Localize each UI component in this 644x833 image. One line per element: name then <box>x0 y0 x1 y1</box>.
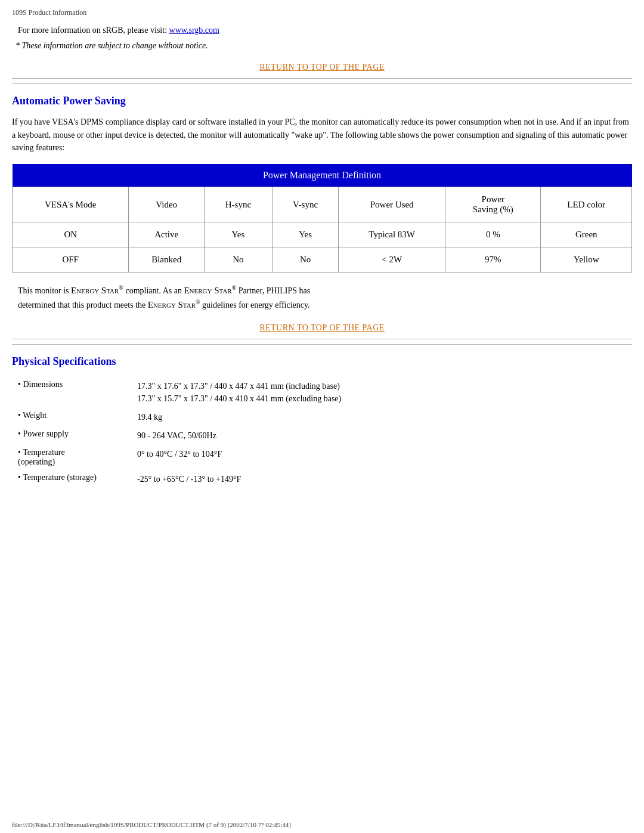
spec-value-temp-storage: -25° to +65°C / -13° to +149°F <box>137 473 632 485</box>
col-header-power-used: Power Used <box>339 187 445 222</box>
spec-value-dimensions: 17.3" x 17.6" x 17.3" / 440 x 447 x 441 … <box>137 380 632 405</box>
table-main-header: Power Management Definition <box>13 164 632 187</box>
return-link-middle: RETURN TO TOP OF THE PAGE <box>12 323 632 333</box>
cell-hsync-no: No <box>204 247 272 272</box>
return-to-top-link-1[interactable]: RETURN TO TOP OF THE PAGE <box>259 63 385 72</box>
registered-1: ® <box>119 284 123 291</box>
auto-power-section: Automatic Power Saving If you have VESA'… <box>12 95 632 312</box>
spec-value-power-supply: 90 - 264 VAC, 50/60Hz <box>137 429 632 442</box>
col-header-vesa: VESA's Mode <box>13 187 129 222</box>
return-to-top-link-2[interactable]: RETURN TO TOP OF THE PAGE <box>259 323 385 332</box>
energy-star-label-3: Energy Star <box>148 300 196 309</box>
auto-power-description: If you have VESA's DPMS compliance displ… <box>12 116 632 154</box>
spec-label-temp-operating: • Temperature(operating) <box>18 448 137 467</box>
spec-label-dimensions: • Dimensions <box>18 380 137 389</box>
col-header-led: LED color <box>541 187 632 222</box>
cell-saving-97: 97% <box>445 247 541 272</box>
power-management-table: Power Management Definition VESA's Mode … <box>12 164 632 272</box>
spec-row-temp-operating: • Temperature(operating) 0° to 40°C / 32… <box>18 448 632 467</box>
table-row: OFF Blanked No No < 2W 97% Yellow <box>13 247 632 272</box>
cell-power-2w: < 2W <box>339 247 445 272</box>
cell-video-blanked: Blanked <box>129 247 205 272</box>
page-footer: file:///D|/Rita/LF3/lf3manual/english/10… <box>0 821 644 828</box>
divider-1 <box>12 78 632 79</box>
physical-specs-title: Physical Specifications <box>12 355 632 368</box>
registered-2: ® <box>232 284 237 291</box>
cell-mode-off: OFF <box>13 247 129 272</box>
table-col-header-row: VESA's Mode Video H-sync V-sync Power Us… <box>13 187 632 222</box>
cell-hsync-yes1: Yes <box>204 222 272 247</box>
table-row: ON Active Yes Yes Typical 83W 0 % Green <box>13 222 632 247</box>
cell-led-green: Green <box>541 222 632 247</box>
energy-star-text: This monitor is Energy Star® compliant. … <box>18 283 632 312</box>
return-link-top: RETURN TO TOP OF THE PAGE <box>12 63 632 72</box>
specs-list: • Dimensions 17.3" x 17.6" x 17.3" / 440… <box>18 380 632 485</box>
cell-mode-on: ON <box>13 222 129 247</box>
page-header-title: 109S Product Information <box>12 8 86 17</box>
spec-label-temp-storage: • Temperature (storage) <box>18 473 137 482</box>
spec-row-power-supply: • Power supply 90 - 264 VAC, 50/60Hz <box>18 429 632 442</box>
spec-row-weight: • Weight 19.4 kg <box>18 411 632 423</box>
cell-power-83w: Typical 83W <box>339 222 445 247</box>
notice-text: * These information are subject to chang… <box>16 41 632 51</box>
srgb-text: For more information on sRGB, please vis… <box>18 26 169 35</box>
srgb-link[interactable]: www.srgb.com <box>169 26 219 35</box>
cell-led-yellow: Yellow <box>541 247 632 272</box>
cell-video-active: Active <box>129 222 205 247</box>
spec-row-dimensions: • Dimensions 17.3" x 17.6" x 17.3" / 440… <box>18 380 632 405</box>
col-header-hsync: H-sync <box>204 187 272 222</box>
spec-label-weight: • Weight <box>18 411 137 420</box>
auto-power-title: Automatic Power Saving <box>12 95 632 107</box>
divider-2 <box>12 83 632 84</box>
energy-star-label-2: Energy Star <box>184 286 231 295</box>
cell-vsync-no: No <box>272 247 338 272</box>
spec-label-power-supply: • Power supply <box>18 429 137 439</box>
col-header-vsync: V-sync <box>272 187 338 222</box>
cell-saving-0: 0 % <box>445 222 541 247</box>
spec-value-temp-operating: 0° to 40°C / 32° to 104°F <box>137 448 632 460</box>
srgb-line: For more information on sRGB, please vis… <box>18 26 632 35</box>
page-header: 109S Product Information <box>12 6 632 21</box>
spec-value-weight: 19.4 kg <box>137 411 632 423</box>
divider-4 <box>12 344 632 345</box>
spec-row-temp-storage: • Temperature (storage) -25° to +65°C / … <box>18 473 632 485</box>
table-header-row: Power Management Definition <box>13 164 632 187</box>
col-header-power-saving: PowerSaving (%) <box>445 187 541 222</box>
footer-text: file:///D|/Rita/LF3/lf3manual/english/10… <box>12 821 291 828</box>
col-header-video: Video <box>129 187 205 222</box>
energy-star-label-1: Energy Star <box>71 286 119 295</box>
physical-specs-section: Physical Specifications • Dimensions 17.… <box>12 355 632 485</box>
registered-3: ® <box>196 299 200 306</box>
divider-3 <box>12 339 632 339</box>
cell-vsync-yes1: Yes <box>272 222 338 247</box>
